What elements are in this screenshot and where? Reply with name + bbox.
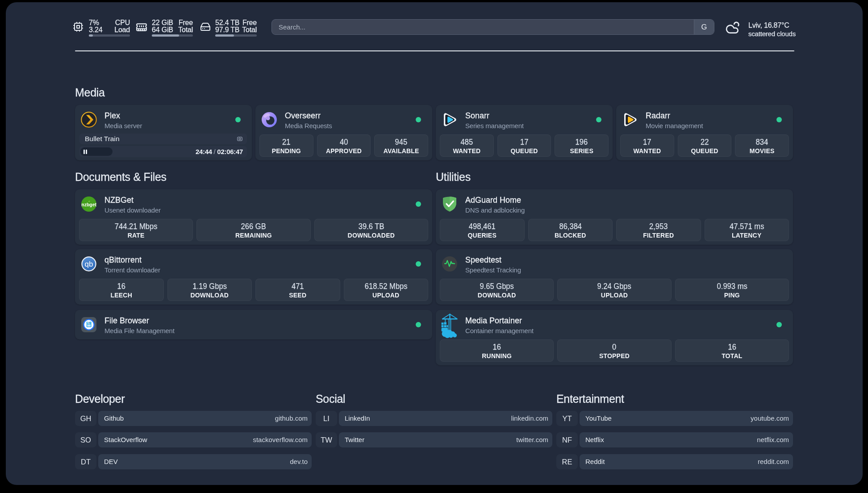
svg-text:nzbget: nzbget: [81, 202, 96, 207]
svg-text:qb: qb: [85, 260, 93, 268]
